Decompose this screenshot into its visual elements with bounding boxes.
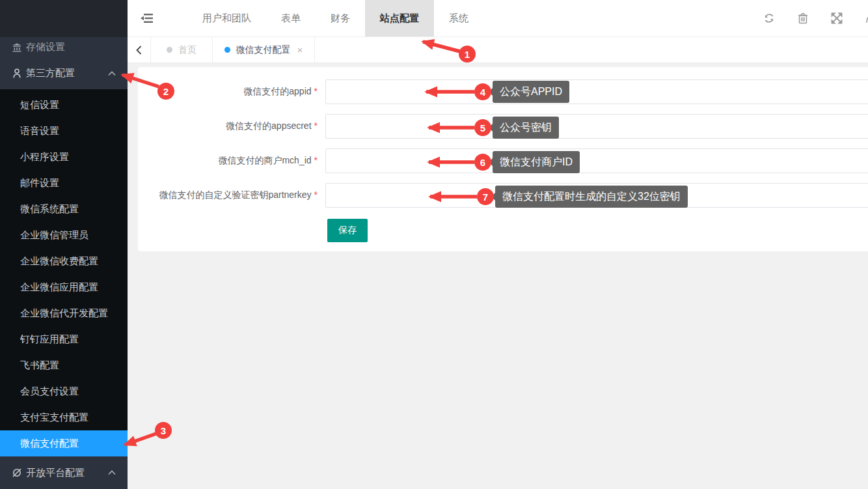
- sidebar-group-third-party[interactable]: 第三方配置: [0, 57, 128, 89]
- annotation-step-6: 6: [474, 154, 491, 171]
- sidebar-item-wecom-app[interactable]: 企业微信应用配置: [0, 274, 128, 300]
- sidebar-group-label: 第三方配置: [26, 67, 75, 79]
- topbar: 用户和团队 表单 财务 站点配置 系统: [128, 0, 868, 37]
- sidebar-item-feishu[interactable]: 飞书配置: [0, 352, 128, 378]
- topbar-actions: [763, 0, 868, 36]
- nav-item-system[interactable]: 系统: [434, 0, 483, 36]
- annotation-step-7: 7: [477, 188, 494, 205]
- top-nav: 用户和团队 表单 财务 站点配置 系统: [187, 0, 483, 36]
- chevron-left-icon: [136, 46, 142, 55]
- collapse-menu-button[interactable]: [128, 0, 167, 36]
- nav-item-finance[interactable]: 财务: [316, 0, 365, 36]
- nav-item-site-config[interactable]: 站点配置: [365, 0, 434, 36]
- sidebar-item-storage[interactable]: 存储设置: [0, 37, 128, 57]
- circle-slash-icon: [12, 468, 22, 478]
- tooltip-mch-id: 微信支付商户ID: [493, 151, 580, 173]
- annotation-step-1: 1: [459, 46, 476, 63]
- tabbar: 首页 微信支付配置 ×: [128, 37, 868, 63]
- annotation-step-3: 3: [155, 422, 172, 439]
- tooltip-appid: 公众号APPID: [493, 81, 569, 103]
- sidebar-item-wechat-system[interactable]: 微信系统配置: [0, 196, 128, 222]
- save-button[interactable]: 保存: [327, 219, 368, 242]
- field-label: 微信支付的自定义验证密钥partnerkey*: [138, 189, 320, 201]
- sidebar-item-label: 存储设置: [26, 41, 65, 53]
- sidebar-header: [0, 0, 128, 37]
- tab-wechat-pay-config[interactable]: 微信支付配置 ×: [213, 37, 315, 63]
- sidebar-item-dingtalk[interactable]: 钉钉应用配置: [0, 326, 128, 352]
- trash-icon[interactable]: [796, 12, 809, 25]
- sidebar-item-wecom-admin[interactable]: 企业微信管理员: [0, 222, 128, 248]
- tab-home[interactable]: 首页: [151, 37, 213, 63]
- sidebar-item-wechat-pay[interactable]: 微信支付配置: [0, 430, 128, 456]
- required-asterisk: *: [314, 155, 318, 165]
- appid-input[interactable]: [325, 79, 868, 104]
- sidebar-item-member-pay[interactable]: 会员支付设置: [0, 378, 128, 404]
- annotation-step-4: 4: [474, 83, 491, 100]
- person-icon: [12, 68, 22, 79]
- field-label: 微信支付的appsecret*: [138, 120, 320, 132]
- sidebar-item-wecom-billing[interactable]: 企业微信收费配置: [0, 248, 128, 274]
- tab-label: 微信支付配置: [236, 44, 291, 56]
- sidebar-item-miniprogram[interactable]: 小程序设置: [0, 144, 128, 170]
- mch-id-input[interactable]: [325, 148, 868, 173]
- annotation-step-5: 5: [474, 119, 491, 136]
- tooltip-partnerkey: 微信支付配置时生成的自定义32位密钥: [495, 186, 688, 208]
- sidebar-group-label: 开放平台配置: [26, 467, 85, 479]
- tab-label: 首页: [178, 44, 197, 56]
- sidebar-item-mail[interactable]: 邮件设置: [0, 170, 128, 196]
- required-asterisk: *: [314, 189, 318, 200]
- sidebar-submenu: 短信设置 语音设置 小程序设置 邮件设置 微信系统配置 企业微信管理员 企业微信…: [0, 89, 128, 456]
- refresh-icon[interactable]: [763, 12, 776, 25]
- sidebar-item-voice[interactable]: 语音设置: [0, 118, 128, 144]
- chevron-up-icon: [108, 470, 116, 475]
- fullscreen-icon[interactable]: [830, 12, 843, 25]
- sidebar: 存储设置 第三方配置 短信设置 语音设置 小程序设置 邮件设置 微信系统配置 企…: [0, 0, 128, 489]
- appsecret-input[interactable]: [325, 114, 868, 139]
- nav-item-forms[interactable]: 表单: [266, 0, 316, 36]
- sidebar-item-alipay[interactable]: 支付宝支付配置: [0, 404, 128, 430]
- collapse-menu-icon: [141, 13, 154, 23]
- sidebar-group-open-platform[interactable]: 开放平台配置: [0, 456, 128, 489]
- required-asterisk: *: [314, 120, 318, 131]
- tab-dot-icon: [167, 47, 172, 53]
- sidebar-item-wecom-dev[interactable]: 企业微信代开发配置: [0, 300, 128, 326]
- annotation-step-2: 2: [157, 83, 174, 100]
- nav-item-users-teams[interactable]: 用户和团队: [187, 0, 266, 36]
- required-asterisk: *: [314, 86, 318, 96]
- bank-icon: [12, 42, 22, 53]
- tooltip-appsecret: 公众号密钥: [493, 117, 559, 139]
- field-label: 微信支付的商户mch_id*: [138, 155, 320, 167]
- tabs-scroll-left-button[interactable]: [128, 37, 151, 63]
- partial-cut-icon[interactable]: [864, 12, 868, 24]
- sidebar-item-sms[interactable]: 短信设置: [0, 92, 128, 118]
- chevron-up-icon: [108, 71, 116, 76]
- tab-close-icon[interactable]: ×: [297, 45, 303, 55]
- tab-dot-icon: [224, 47, 230, 53]
